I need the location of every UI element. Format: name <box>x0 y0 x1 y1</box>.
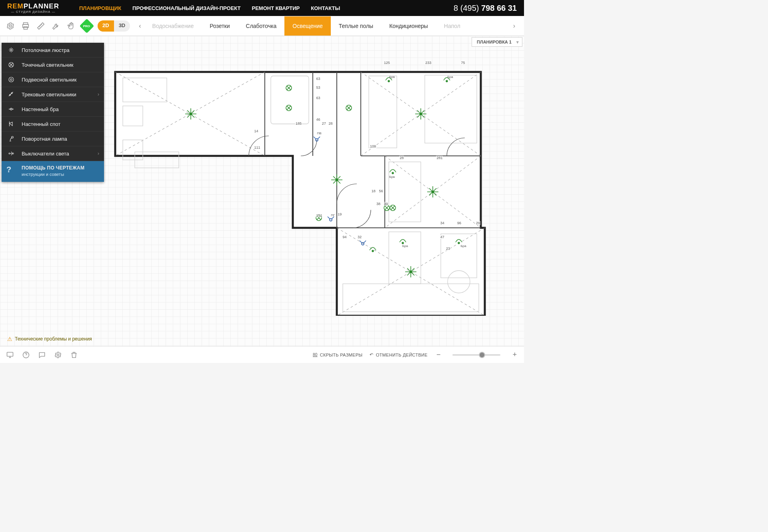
dimension-label: 125 <box>384 61 390 65</box>
svg-point-10 <box>10 108 12 110</box>
switches-icon <box>6 150 16 157</box>
layout-selector[interactable]: ПЛАНИРОВКА 1 <box>472 37 522 47</box>
tab-floor[interactable]: Напол <box>436 16 468 36</box>
hand-icon[interactable] <box>66 21 76 31</box>
dimension-label: 63 <box>316 96 321 100</box>
tool-pendant-light[interactable]: Подвесной светильник <box>2 72 104 87</box>
fixture-label: Бра <box>402 244 408 248</box>
zoom-out-button[interactable]: − <box>435 351 442 359</box>
fixture-label: ПВ <box>317 132 321 135</box>
fixture-label: Бра <box>389 75 395 79</box>
dimension-label: 28 <box>399 156 404 160</box>
main-nav: ПЛАНИРОВЩИК ПРОФЕССИОНАЛЬНЫЙ ДИЗАЙН-ПРОЕ… <box>79 5 340 11</box>
chat-icon[interactable] <box>38 351 46 359</box>
help-circle-icon[interactable] <box>22 351 30 359</box>
dimension-label: 109 <box>370 144 376 148</box>
zoom-slider-thumb[interactable] <box>479 352 485 358</box>
dimension-label: 63 <box>316 77 321 81</box>
dimension-label: 151 <box>316 213 323 217</box>
settings-gear-icon[interactable] <box>54 351 62 359</box>
ruler-icon[interactable] <box>36 21 46 31</box>
undo-icon: ↶ <box>370 352 373 357</box>
chevron-right-icon: › <box>98 92 99 97</box>
svg-rect-30 <box>7 352 13 356</box>
dimension-label: 23 <box>446 247 450 251</box>
dimension-label: 38 <box>376 202 381 206</box>
print-icon[interactable] <box>21 21 30 31</box>
svg-rect-1 <box>24 22 28 24</box>
fixture-label: Бра <box>448 75 453 79</box>
tool-track-lights[interactable]: Трековые светильники › <box>2 87 104 102</box>
dimension-label: 29 <box>476 221 480 225</box>
tabs-next-icon[interactable]: › <box>510 22 518 30</box>
dimension-label: 18 <box>371 189 376 193</box>
dimension-label: 281 <box>436 156 443 160</box>
undo-button[interactable]: ↶ ОТМЕНИТЬ ДЕЙСТВИЕ <box>370 352 428 357</box>
settings-gear-icon[interactable] <box>6 21 15 31</box>
dimension-label: 27 <box>322 122 326 126</box>
tool-swivel-lamp[interactable]: Поворотная лампа <box>2 132 104 146</box>
hide-dims-button[interactable]: 80 СКРЫТЬ РАЗМЕРЫ <box>313 353 362 357</box>
dimension-label: 28 <box>328 122 333 126</box>
tab-sockets[interactable]: Розетки <box>202 16 238 36</box>
tab-floorheating[interactable]: Теплые полы <box>331 16 381 36</box>
tool-ceiling-chandelier[interactable]: Потолочная люстра <box>2 43 104 58</box>
dimension-label: 185 <box>295 122 302 126</box>
svg-point-32 <box>57 354 59 356</box>
dimension-label: 56 <box>379 189 384 193</box>
dimension-label: 39 <box>384 202 388 206</box>
tab-lighting[interactable]: Освещение <box>284 16 330 36</box>
dimension-label: 94 <box>342 235 347 239</box>
help-drawings[interactable]: ? ПОМОЩЬ ПО ЧЕРТЕЖАМ инструкции и советы <box>2 161 104 182</box>
svg-point-6 <box>9 77 14 82</box>
zoom-in-button[interactable]: + <box>511 351 518 359</box>
fixture-label: Бра <box>389 175 395 179</box>
dimension-label: 14 <box>254 129 259 133</box>
svg-point-7 <box>10 79 12 81</box>
nav-repair[interactable]: РЕМОНТ КВАРТИР <box>252 5 300 11</box>
dimension-label: 47 <box>440 235 445 239</box>
svg-rect-3 <box>24 26 27 29</box>
present-icon[interactable] <box>6 351 14 359</box>
dimension-label: 96 <box>457 221 462 225</box>
svg-point-11 <box>12 136 14 138</box>
tool-wall-spot[interactable]: Настенный спот <box>2 117 104 132</box>
svg-point-12 <box>9 153 10 154</box>
view-2d[interactable]: 2D <box>98 20 114 32</box>
fixture-label: ПГ <box>331 213 335 217</box>
nav-design[interactable]: ПРОФЕССИОНАЛЬНЫЙ ДИЗАЙН-ПРОЕКТ <box>132 5 240 11</box>
zoom-slider[interactable] <box>452 354 500 356</box>
pendant-icon <box>6 76 16 83</box>
dimension-label: 53 <box>316 86 321 90</box>
dimension-label: 19 <box>337 212 342 216</box>
view-toggle: 2D 3D <box>98 20 130 32</box>
phone-number[interactable]: 8 (495) 798 66 31 <box>454 4 517 13</box>
warning-icon: ⚠ <box>7 336 12 342</box>
tool-light-switches[interactable]: Выключатели света › <box>2 146 104 161</box>
floor-plan[interactable]: 1252337563536318514111462728109282811856… <box>113 60 489 316</box>
tool-wall-sconce[interactable]: Настенный бра <box>2 102 104 117</box>
pro-badge[interactable]: PRO <box>80 18 94 33</box>
nav-planner[interactable]: ПЛАНИРОВЩИК <box>79 5 121 11</box>
tech-problems-link[interactable]: ⚠ Технические проблемы и решения <box>7 336 92 342</box>
nav-contacts[interactable]: КОНТАКТЫ <box>311 5 340 11</box>
sconce-icon <box>6 106 16 113</box>
chevron-right-icon: › <box>98 151 99 156</box>
tab-ac[interactable]: Кондиционеры <box>381 16 436 36</box>
tab-water[interactable]: Водоснабжение <box>144 16 202 36</box>
swivel-lamp-icon <box>6 135 16 142</box>
dimension-label: 34 <box>440 221 445 225</box>
tool-spot-light[interactable]: Точечный светильник <box>2 58 104 72</box>
bottom-bar: 80 СКРЫТЬ РАЗМЕРЫ ↶ ОТМЕНИТЬ ДЕЙСТВИЕ − … <box>0 346 524 363</box>
top-tabs: Водоснабжение Розетки Слаботочка Освещен… <box>144 16 510 36</box>
tools-wrench-icon[interactable] <box>51 21 61 31</box>
tab-lowvoltage[interactable]: Слаботочка <box>238 16 285 36</box>
trash-icon[interactable] <box>70 351 78 359</box>
tools-panel: Потолочная люстра Точечный светильник По… <box>2 43 104 182</box>
svg-point-4 <box>11 50 12 51</box>
toolbar: PRO 2D 3D ‹ Водоснабжение Розетки Слабот… <box>0 16 524 36</box>
tabs-prev-icon[interactable]: ‹ <box>136 22 144 30</box>
view-3d[interactable]: 3D <box>114 20 130 32</box>
logo[interactable]: REMPLANNER — СТУДИЯ ДИЗАЙНА — <box>7 3 59 14</box>
dimension-label: 32 <box>357 235 362 239</box>
